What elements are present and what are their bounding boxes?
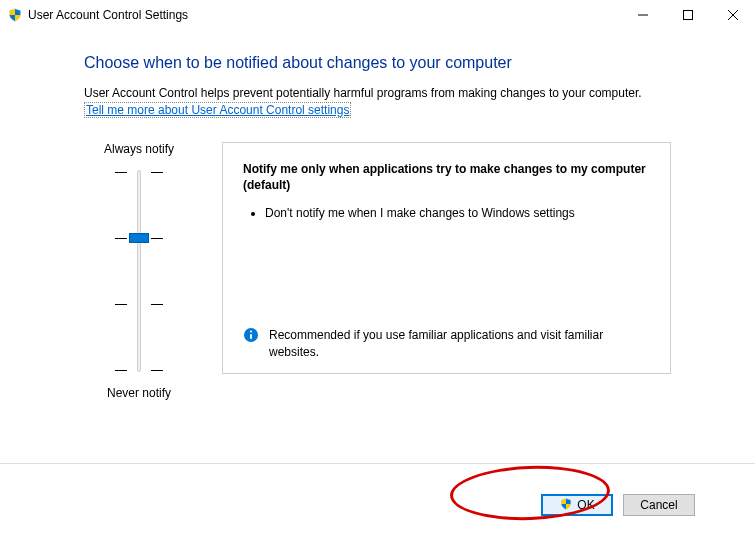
page-heading: Choose when to be notified about changes… [84, 54, 671, 72]
slider-label-top: Always notify [104, 142, 174, 156]
shield-icon [8, 8, 22, 22]
slider-track [137, 170, 141, 372]
svg-point-3 [250, 330, 252, 332]
content-area: Choose when to be notified about changes… [0, 30, 755, 400]
description-panel: Notify me only when applications try to … [222, 142, 671, 374]
learn-more-link[interactable]: Tell me more about User Account Control … [84, 102, 351, 118]
intro-text: User Account Control helps prevent poten… [84, 86, 671, 102]
slider-tick [115, 172, 163, 173]
window-title: User Account Control Settings [28, 8, 188, 22]
maximize-button[interactable] [665, 0, 710, 30]
slider-tick [115, 304, 163, 305]
recommendation-row: Recommended if you use familiar applicat… [243, 319, 650, 361]
titlebar: User Account Control Settings [0, 0, 755, 30]
panel-title: Notify me only when applications try to … [243, 161, 650, 193]
ok-button-label: OK [577, 498, 594, 512]
panel-bullet-list: Don't notify me when I make changes to W… [247, 205, 650, 226]
footer-divider [0, 463, 755, 464]
info-icon [243, 327, 259, 343]
notification-slider[interactable] [115, 166, 163, 376]
footer: OK Cancel [0, 476, 755, 534]
window-buttons [620, 0, 755, 30]
cancel-button[interactable]: Cancel [623, 494, 695, 516]
slider-tick [115, 370, 163, 371]
slider-column: Always notify Never notify [84, 142, 194, 400]
shield-icon [559, 498, 573, 512]
slider-thumb[interactable] [129, 233, 149, 243]
ok-button[interactable]: OK [541, 494, 613, 516]
minimize-button[interactable] [620, 0, 665, 30]
slider-label-bottom: Never notify [107, 386, 171, 400]
svg-rect-0 [683, 11, 692, 20]
recommendation-text: Recommended if you use familiar applicat… [269, 327, 650, 361]
close-button[interactable] [710, 0, 755, 30]
panel-bullet: Don't notify me when I make changes to W… [265, 205, 650, 222]
cancel-button-label: Cancel [640, 498, 677, 512]
svg-rect-2 [250, 334, 252, 339]
